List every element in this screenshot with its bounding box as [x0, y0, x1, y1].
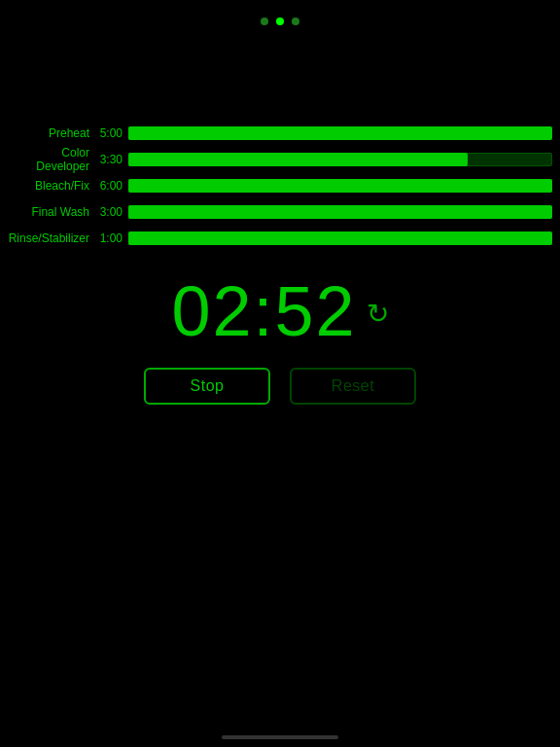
- step-label-0: Preheat: [8, 126, 95, 140]
- step-bar-container-4: [128, 231, 552, 245]
- step-row: Color Developer3:30: [8, 149, 552, 170]
- step-time-3: 3:00: [95, 205, 128, 219]
- step-bar-fill-3: [128, 205, 552, 219]
- steps-list: Preheat5:00Color Developer3:30Bleach/Fix…: [0, 123, 560, 249]
- step-bar-container-0: [128, 126, 552, 140]
- step-time-4: 1:00: [95, 231, 128, 245]
- dot-3[interactable]: [292, 18, 299, 25]
- step-bar-fill-4: [128, 231, 552, 245]
- step-row: Bleach/Fix6:00: [8, 175, 552, 196]
- step-bar-fill-0: [128, 126, 552, 140]
- step-row: Rinse/Stabilizer1:00: [8, 228, 552, 249]
- dot-2[interactable]: [276, 18, 284, 25]
- step-bar-container-2: [128, 179, 552, 193]
- step-bar-fill-2: [128, 179, 552, 193]
- home-indicator: [222, 735, 338, 739]
- step-label-1: Color Developer: [8, 146, 95, 173]
- step-label-3: Final Wash: [8, 205, 95, 219]
- step-time-2: 6:00: [95, 179, 128, 193]
- stop-button[interactable]: Stop: [144, 368, 270, 405]
- timer-section: 02:52 ↻ Stop Reset: [0, 276, 560, 405]
- step-time-1: 3:30: [95, 153, 128, 166]
- step-row: Final Wash3:00: [8, 201, 552, 223]
- timer-display: 02:52 ↻: [171, 276, 388, 346]
- pagination-dots: [0, 0, 560, 25]
- refresh-icon[interactable]: ↻: [367, 298, 389, 330]
- step-bar-fill-1: [128, 153, 468, 166]
- step-label-4: Rinse/Stabilizer: [8, 231, 95, 245]
- controls-row: Stop Reset: [144, 368, 416, 405]
- step-row: Preheat5:00: [8, 123, 552, 144]
- dot-1[interactable]: [261, 18, 268, 25]
- step-bar-container-1: [128, 153, 552, 166]
- step-bar-container-3: [128, 205, 552, 219]
- timer-text: 02:52: [171, 276, 356, 346]
- step-time-0: 5:00: [95, 126, 128, 140]
- step-label-2: Bleach/Fix: [8, 179, 95, 193]
- reset-button[interactable]: Reset: [290, 368, 416, 405]
